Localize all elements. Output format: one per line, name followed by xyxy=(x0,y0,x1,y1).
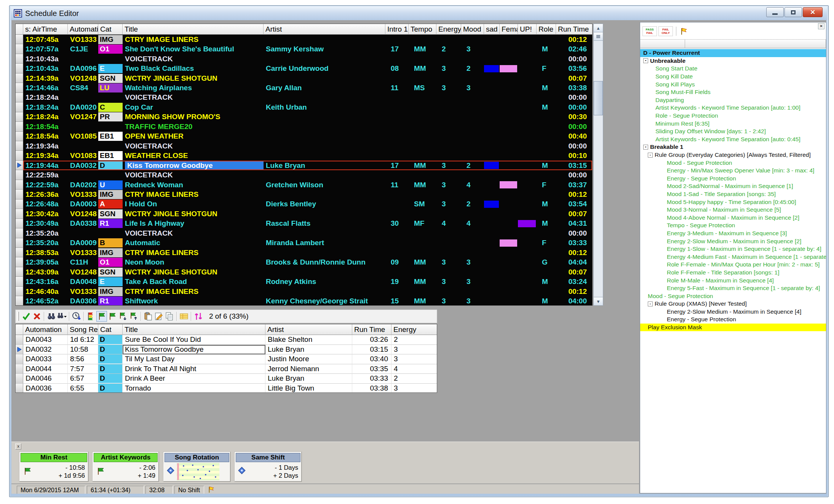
up-bar-cell[interactable] xyxy=(518,296,537,306)
replacement-row[interactable]: DA00447:57DDrink To That All NightJerrod… xyxy=(16,364,437,374)
airtime-cell[interactable]: 12:10:43a xyxy=(23,64,68,73)
up-bar-cell[interactable] xyxy=(518,93,537,102)
female-bar-cell[interactable] xyxy=(500,112,518,122)
mood-cell[interactable]: 2 xyxy=(461,199,484,209)
intro-cell[interactable] xyxy=(385,190,409,199)
up-bar-cell[interactable] xyxy=(518,132,537,141)
mood-cell[interactable]: 3 xyxy=(461,296,484,306)
row-header[interactable] xyxy=(16,170,23,180)
schedule-row[interactable]: 12:19:34aVOICETRACK00:00 xyxy=(16,141,592,151)
artist-cell[interactable] xyxy=(264,93,385,102)
automation-cell[interactable]: VO1333 xyxy=(68,35,98,44)
category-cell[interactable]: EB1 xyxy=(98,151,123,160)
automation-cell[interactable]: DA0096 xyxy=(68,64,98,73)
schedule-row[interactable]: 12:26:48aDA0003AI Hold OnDierks BentleyS… xyxy=(16,199,592,209)
song-rest-cell[interactable]: 1d 6:12 xyxy=(68,335,98,345)
tempo-cell[interactable] xyxy=(409,287,436,296)
tempo-cell[interactable]: MM xyxy=(409,277,436,286)
role-cell[interactable] xyxy=(537,93,556,102)
up-bar-cell[interactable] xyxy=(518,190,537,199)
history-list-button[interactable] xyxy=(179,311,189,322)
automation-cell[interactable]: VO1085 xyxy=(68,132,98,141)
airtime-cell[interactable]: 12:18:54a xyxy=(23,122,68,131)
intro-cell[interactable]: 17 xyxy=(385,161,409,170)
dock-panel-song-rotation[interactable]: Song Rotation xyxy=(163,452,230,482)
artist-cell[interactable] xyxy=(264,209,385,219)
automation-cell[interactable]: DA0306 xyxy=(68,296,98,306)
rule-item[interactable]: -Rule Group (XMAS) [Never Tested] xyxy=(640,300,826,308)
replacement-row[interactable]: DA00366:55DTornadoLittle Big Town03:383 xyxy=(16,384,437,393)
row-header[interactable] xyxy=(16,335,23,345)
sad-bar-cell[interactable] xyxy=(484,35,500,44)
song-rest-cell[interactable]: 6:55 xyxy=(68,384,98,393)
runtime-cell[interactable]: 03:26 xyxy=(352,335,391,345)
sad-bar-cell[interactable] xyxy=(484,64,500,73)
title-cell[interactable]: VOICETRACK xyxy=(123,93,264,102)
role-cell[interactable] xyxy=(537,141,556,151)
row-header[interactable] xyxy=(16,35,23,44)
category-cell[interactable] xyxy=(98,122,123,131)
airtime-cell[interactable]: 12:14:46a xyxy=(23,83,68,93)
column-header-Fema[interactable]: Fema xyxy=(500,24,518,35)
energy-cell[interactable]: 3 xyxy=(436,180,461,190)
category-cell[interactable]: SGN xyxy=(98,73,123,83)
category-cell[interactable]: IMG xyxy=(98,190,123,199)
row-header[interactable] xyxy=(16,219,23,228)
rule-item[interactable]: Role - Segue Protection xyxy=(640,112,826,120)
category-cell[interactable]: D xyxy=(98,335,123,345)
runtime-cell[interactable]: 03:33 xyxy=(556,238,593,248)
up-bar-cell[interactable] xyxy=(518,73,537,83)
row-header[interactable] xyxy=(16,54,23,64)
energy-cell[interactable]: 3 xyxy=(391,345,437,355)
flag-green-button[interactable] xyxy=(96,311,107,322)
mood-cell[interactable] xyxy=(461,287,484,296)
energy-cell[interactable]: 4 xyxy=(436,219,461,228)
tempo-cell[interactable] xyxy=(409,132,436,141)
airtime-cell[interactable]: 12:18:24a xyxy=(23,112,68,122)
airtime-cell[interactable]: 12:19:34a xyxy=(23,151,68,160)
dock-close-button[interactable]: x xyxy=(15,443,21,450)
role-cell[interactable]: M xyxy=(537,296,556,306)
up-bar-cell[interactable] xyxy=(518,277,537,286)
energy-cell[interactable] xyxy=(436,287,461,296)
airtime-cell[interactable]: 12:22:59a xyxy=(23,180,68,190)
column-header-Energy[interactable]: Energy xyxy=(391,324,437,335)
energy-cell[interactable]: 3 xyxy=(436,296,461,306)
role-cell[interactable]: F xyxy=(537,64,556,73)
up-bar-cell[interactable] xyxy=(518,54,537,64)
up-bar-cell[interactable] xyxy=(518,180,537,190)
sad-bar-cell[interactable] xyxy=(484,161,500,170)
automation-cell[interactable]: C11H xyxy=(68,257,98,267)
runtime-cell[interactable]: 03:38 xyxy=(352,384,391,393)
role-cell[interactable] xyxy=(537,170,556,180)
automation-cell[interactable] xyxy=(68,141,98,151)
intro-cell[interactable] xyxy=(385,170,409,180)
female-bar-cell[interactable] xyxy=(500,102,518,112)
title-cell[interactable]: Shiftwork xyxy=(123,296,264,306)
up-bar-cell[interactable] xyxy=(518,122,537,131)
female-bar-cell[interactable] xyxy=(500,248,518,257)
runtime-cell[interactable]: 00:12 xyxy=(556,190,593,199)
category-cell[interactable]: E xyxy=(98,277,123,286)
artist-cell[interactable]: Blake Shelton xyxy=(265,335,352,345)
runtime-cell[interactable]: 03:15 xyxy=(352,345,391,355)
dock-panel-artist-keywords[interactable]: Artist Keywords- 2:06+ 1:49 xyxy=(93,452,159,482)
female-bar-cell[interactable] xyxy=(500,44,518,54)
automation-cell[interactable]: DA0044 xyxy=(23,364,68,374)
runtime-cell[interactable]: 04:04 xyxy=(556,257,593,267)
collapse-icon[interactable]: - xyxy=(648,301,653,306)
title-bar[interactable]: Schedule Editor xyxy=(11,6,827,20)
airtime-cell[interactable]: 12:19:34a xyxy=(23,141,68,151)
mood-cell[interactable] xyxy=(461,132,484,141)
runtime-cell[interactable]: 00:00 xyxy=(556,93,593,102)
category-cell[interactable] xyxy=(98,54,123,64)
category-cell[interactable]: SGN xyxy=(98,267,123,277)
rule-item[interactable]: Energy 2-Slow Medium - Maximum in Sequen… xyxy=(640,308,826,316)
category-cell[interactable]: D xyxy=(98,384,123,393)
artist-cell[interactable]: Gretchen Wilson xyxy=(264,180,385,190)
airtime-cell[interactable]: 12:30:42a xyxy=(23,209,68,219)
up-bar-cell[interactable] xyxy=(518,83,537,93)
artist-cell[interactable] xyxy=(264,170,385,180)
up-bar-cell[interactable] xyxy=(518,228,537,238)
column-header-Mood[interactable]: Mood xyxy=(461,24,484,35)
